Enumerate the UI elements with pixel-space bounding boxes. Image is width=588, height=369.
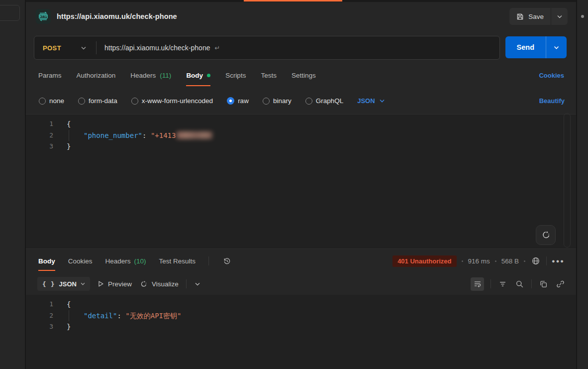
response-size[interactable]: 568 B [501, 257, 519, 265]
indent-guide [69, 130, 69, 141]
radio-icon [263, 98, 270, 105]
wrap-text-button[interactable] [471, 277, 484, 291]
body-modified-dot [207, 74, 210, 77]
globe-icon [531, 256, 540, 265]
tab-label: Body [186, 72, 203, 79]
code-text: } [67, 321, 71, 333]
bodytype-graphql[interactable]: GraphQL [305, 97, 344, 105]
code-line: 1 { [26, 299, 576, 310]
response-format-dropdown[interactable]: { } JSON [37, 277, 90, 291]
bodytype-urlencoded[interactable]: x-www-form-urlencoded [131, 97, 213, 105]
radio-label: raw [238, 97, 249, 105]
tab-tests[interactable]: Tests [261, 72, 277, 79]
tab-params[interactable]: Params [38, 72, 62, 79]
response-tab-body[interactable]: Body [38, 257, 55, 265]
request-titlebar: HTTP https://api.xiaomu.uk/check-phone S… [26, 2, 576, 31]
visualize-button[interactable]: Visualize [139, 280, 179, 288]
enter-hint-icon: ↵ [214, 44, 220, 52]
postbot-sparkle-icon [541, 230, 551, 240]
preview-label: Preview [108, 280, 132, 288]
url-text: https://api.xiaomu.uk/check-phone [104, 44, 210, 52]
code-line: 3 } [26, 321, 576, 333]
request-body-editor[interactable]: 1 { 2 "phone_number": "+1413 3 } [26, 115, 576, 249]
divider [546, 256, 547, 265]
format-dropdown[interactable]: JSON [357, 97, 384, 105]
response-more-button[interactable]: ●●● [552, 258, 565, 264]
search-button[interactable] [514, 279, 525, 289]
code-line: 1 { [26, 119, 576, 130]
tab-label: Params [38, 72, 62, 79]
divider [531, 279, 532, 288]
send-button[interactable]: Send [505, 36, 546, 58]
http-request-icon: HTTP [36, 9, 51, 24]
response-time[interactable]: 916 ms [468, 257, 490, 265]
filter-button[interactable] [497, 279, 508, 289]
status-badge[interactable]: 401 Unauthorized [392, 255, 456, 267]
tab-label: Scripts [225, 72, 246, 79]
play-icon [98, 280, 104, 287]
collapsed-panel-icon[interactable] [581, 15, 584, 18]
save-button[interactable]: Save [509, 8, 551, 25]
tab-label: Headers [105, 257, 131, 265]
request-title: https://api.xiaomu.uk/check-phone [57, 12, 503, 20]
response-tab-headers[interactable]: Headers (10) [105, 257, 146, 265]
url-bar: POST https://api.xiaomu.uk/check-phone ↵ [34, 36, 500, 60]
bodytype-form-data[interactable]: form-data [78, 97, 117, 105]
chevron-down-icon [380, 99, 385, 103]
network-info-button[interactable] [530, 255, 541, 266]
save-split-button: Save [509, 8, 568, 25]
url-input[interactable]: https://api.xiaomu.uk/check-phone ↵ [97, 44, 499, 52]
line-number: 1 [26, 119, 53, 130]
copy-button[interactable] [538, 279, 549, 289]
headers-count: (11) [160, 72, 171, 79]
sidebar-collapsed-item[interactable] [0, 5, 20, 21]
response-history-button[interactable] [222, 256, 232, 266]
link-button[interactable] [555, 279, 566, 289]
code-text: "phone_number": "+1413 [67, 130, 212, 141]
tab-label: Tests [261, 72, 277, 79]
response-tab-test-results[interactable]: Test Results [159, 257, 196, 265]
postbot-button[interactable] [536, 225, 556, 245]
bodytype-binary[interactable]: binary [263, 97, 292, 105]
main-panel: HTTP https://api.xiaomu.uk/check-phone S… [26, 0, 576, 369]
line-number: 1 [26, 299, 53, 310]
code-line: 2 "detail": "无效的API密钥" [26, 310, 576, 322]
code-line: 3 } [26, 141, 576, 152]
toolbar-expand-button[interactable] [194, 281, 201, 287]
radio-label: binary [273, 97, 292, 105]
link-icon [556, 280, 565, 288]
response-tab-cookies[interactable]: Cookies [68, 257, 93, 265]
chevron-down-icon [557, 15, 562, 18]
send-options-button[interactable] [546, 36, 567, 58]
response-toolbar: { } JSON Preview Visualize [26, 273, 576, 295]
cookies-link[interactable]: Cookies [539, 72, 564, 79]
tab-scripts[interactable]: Scripts [225, 72, 246, 79]
save-options-button[interactable] [551, 8, 568, 25]
json-value: "无效的API密钥" [125, 312, 181, 320]
copy-icon [539, 280, 548, 288]
tab-label: Body [38, 257, 55, 265]
tab-label: Authorization [77, 72, 116, 79]
divider [208, 256, 209, 265]
chevron-down-icon [81, 46, 86, 50]
bodytype-raw[interactable]: raw [227, 97, 249, 105]
preview-button[interactable]: Preview [98, 280, 132, 288]
beautify-link[interactable]: Beautify [539, 97, 565, 105]
bodytype-none[interactable]: none [39, 97, 64, 105]
headers-count: (10) [134, 257, 146, 265]
method-selector[interactable]: POST [34, 44, 96, 52]
method-label: POST [43, 44, 61, 52]
redacted-phone-blur [177, 131, 212, 139]
editor-scrollbar[interactable] [564, 113, 571, 247]
dot-separator [495, 260, 496, 262]
response-body-editor[interactable]: 1 { 2 "detail": "无效的API密钥" 3 } [26, 295, 576, 369]
tab-settings[interactable]: Settings [292, 72, 316, 79]
tab-authorization[interactable]: Authorization [77, 72, 116, 79]
tab-body[interactable]: Body [186, 72, 210, 79]
tab-headers[interactable]: Headers (11) [130, 72, 171, 79]
braces-icon: { } [42, 280, 55, 288]
tab-label: Headers [130, 72, 156, 79]
chevron-down-icon [195, 282, 200, 286]
request-url-row: POST https://api.xiaomu.uk/check-phone ↵… [26, 31, 576, 60]
dot-separator [462, 260, 463, 262]
